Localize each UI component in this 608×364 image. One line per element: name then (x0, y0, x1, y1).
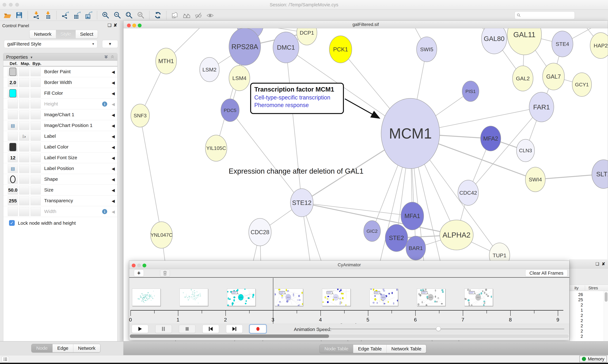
stop-button[interactable] (179, 325, 195, 333)
pause-button[interactable] (155, 325, 172, 333)
def-cell[interactable] (8, 207, 18, 216)
def-cell[interactable]: ▤ (8, 164, 18, 173)
map-cell[interactable] (19, 78, 29, 87)
network-node-pis1[interactable]: PIS1 (462, 81, 479, 102)
skip-start-button[interactable] (203, 325, 219, 333)
scrollbar-thumb[interactable] (130, 334, 329, 338)
import-table-icon[interactable] (43, 11, 52, 20)
tab-network-table[interactable]: Network Table (387, 345, 426, 353)
network-node-cdc42[interactable]: CDC42 (458, 180, 479, 205)
byp-cell[interactable] (30, 207, 41, 216)
style-options-button[interactable]: ▼ (102, 40, 118, 48)
property-row-border-paint[interactable]: Border Paint◀ (3, 66, 117, 77)
position-icon[interactable]: ▤ (11, 123, 15, 128)
property-row-fill-color[interactable]: Fill Color◀ (3, 88, 117, 99)
style-select[interactable]: galFiltered Style ▾ (4, 40, 97, 48)
close-panel-icon[interactable]: ✘ (602, 261, 605, 266)
expand-row-icon[interactable]: ◀ (112, 209, 115, 214)
frame-thumbnail-3[interactable]: MCM1 (275, 288, 303, 306)
map-cell[interactable] (19, 207, 29, 216)
frame-thumbnail-7[interactable]: MCM1 (464, 288, 493, 306)
collapse-all-icon[interactable] (110, 54, 115, 59)
map-cell[interactable] (19, 100, 29, 108)
network-node-pdc5[interactable]: PDC5 (221, 99, 239, 122)
delete-frame-button[interactable] (160, 270, 170, 277)
export-network-icon[interactable] (61, 11, 69, 20)
property-row-size[interactable]: 50.0Size◀ (3, 185, 117, 195)
map-cell[interactable] (19, 153, 29, 162)
network-node-mfa2[interactable]: MFA2 (481, 126, 501, 151)
network-edge[interactable] (140, 116, 162, 235)
def-cell[interactable]: 255 (8, 196, 18, 205)
default-value[interactable]: 50.0 (8, 187, 17, 193)
passthrough-mapping-icon[interactable]: ⁝› (22, 134, 26, 139)
expand-row-icon[interactable]: ◀ (112, 102, 115, 107)
network-node-gal80[interactable]: GAL80 (482, 28, 507, 54)
def-cell[interactable] (8, 175, 18, 184)
byp-cell[interactable] (30, 164, 41, 173)
def-cell[interactable]: 50.0 (8, 186, 18, 195)
def-cell[interactable]: 2.0 (8, 78, 18, 87)
byp-cell[interactable] (30, 89, 41, 98)
column-connectivity[interactable]: ity (574, 286, 579, 290)
refresh-icon[interactable] (153, 11, 162, 20)
def-cell[interactable] (8, 67, 18, 76)
frame-thumbnail-2[interactable]: MCM1 (227, 288, 256, 306)
def-cell[interactable] (8, 110, 18, 119)
network-node-far1[interactable]: FAR1 (529, 92, 554, 122)
info-icon[interactable]: i (102, 102, 107, 106)
network-node-rps28a[interactable]: RPS28A (229, 28, 261, 65)
property-row-image-chart-1[interactable]: Image/Chart 1◀ (3, 109, 117, 120)
network-node-hap2[interactable]: HAP2 (590, 33, 608, 59)
map-cell[interactable] (19, 67, 29, 76)
tab-node-table[interactable]: Node Table (320, 345, 353, 353)
map-cell[interactable] (19, 196, 29, 205)
save-icon[interactable] (15, 11, 24, 20)
tab-network[interactable]: Network (30, 30, 56, 38)
info-icon[interactable]: i (102, 209, 107, 214)
network-node-yil105c[interactable]: YIL105C (205, 135, 227, 161)
scrollbar-thumb[interactable] (605, 292, 608, 302)
network-edge[interactable] (230, 110, 302, 203)
frame-thumbnail-6[interactable]: MCM1 (417, 288, 445, 306)
zoom-in-icon[interactable] (101, 11, 110, 20)
zoom-fit-icon[interactable] (124, 11, 134, 20)
tab-style[interactable]: Style (56, 30, 76, 38)
map-cell[interactable] (19, 89, 29, 98)
byp-cell[interactable] (30, 132, 41, 141)
hide-icon[interactable] (194, 11, 203, 20)
play-button[interactable] (132, 325, 148, 333)
expand-row-icon[interactable]: ◀ (112, 188, 115, 193)
map-cell[interactable] (19, 186, 29, 195)
map-cell[interactable] (19, 143, 29, 152)
property-row-label-color[interactable]: Label Color◀ (3, 142, 117, 152)
network-node-alpha2[interactable]: ALPHA2 (440, 220, 473, 250)
byp-cell[interactable] (30, 186, 41, 195)
table-cell[interactable]: 25 (570, 298, 583, 302)
table-cell[interactable]: 2 (570, 318, 583, 323)
byp-cell[interactable] (30, 143, 41, 152)
network-node-ste4[interactable]: STE4 (552, 31, 573, 57)
network-node-ste2[interactable]: STE2 (385, 224, 408, 252)
expand-row-icon[interactable]: ◀ (112, 91, 115, 96)
expand-row-icon[interactable]: ◀ (112, 70, 115, 75)
tab-edge-table[interactable]: Edge Table (353, 345, 387, 353)
network-titlebar[interactable]: galFiltered.sif (124, 21, 608, 28)
tab-node[interactable]: Node (31, 344, 52, 352)
property-row-label-font-size[interactable]: 12Label Font Size◀ (3, 152, 117, 163)
property-row-image-chart-position-1[interactable]: ▤Image/Chart Position 1◀ (3, 120, 117, 131)
record-button[interactable] (250, 325, 266, 333)
property-row-height[interactable]: Heighti◀ (3, 99, 117, 109)
expand-row-icon[interactable]: ◀ (112, 156, 115, 160)
network-node-lsm4[interactable]: LSM4 (229, 65, 250, 91)
network-node-swi4[interactable]: SWI4 (525, 167, 545, 192)
default-value[interactable]: 255 (9, 198, 17, 204)
network-node-bar1[interactable]: BAR1 (406, 236, 426, 260)
network-node-mfa1[interactable]: MFA1 (401, 202, 424, 230)
open-folder-icon[interactable] (3, 11, 12, 20)
byp-cell[interactable] (30, 100, 41, 108)
network-node-mcm1[interactable]: MCM1 (381, 98, 440, 169)
frame-thumbnail-1[interactable] (180, 288, 208, 306)
properties-header[interactable]: Properties ▼ (3, 53, 117, 61)
export-image-icon[interactable] (84, 11, 93, 20)
